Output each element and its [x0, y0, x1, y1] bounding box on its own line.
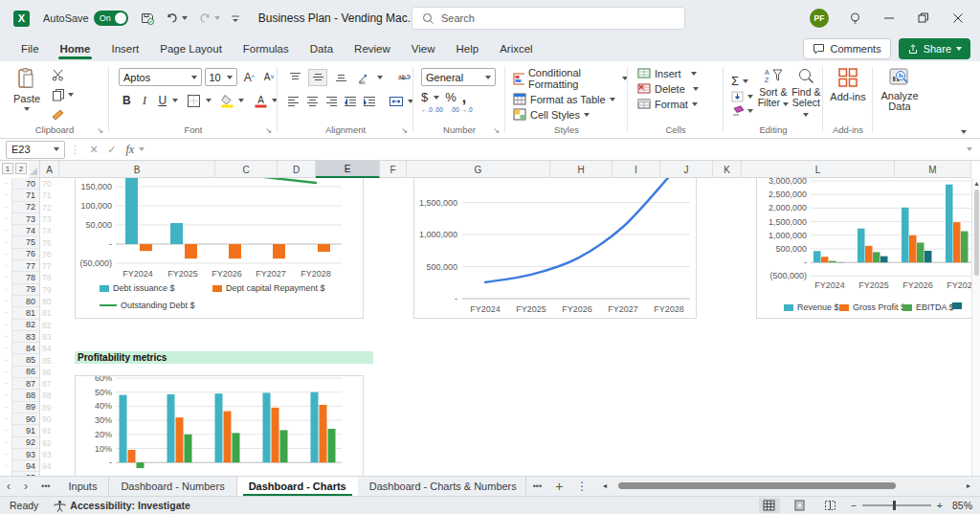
copy-button[interactable] [48, 86, 77, 103]
clear-button[interactable] [731, 105, 753, 117]
row-header-76[interactable]: 76 [12, 249, 39, 260]
normal-view-button[interactable] [759, 498, 780, 513]
row-header-80[interactable]: 80 [12, 296, 39, 307]
name-box[interactable]: E23 [6, 141, 65, 159]
cancel-icon[interactable]: × [90, 142, 98, 157]
redo-button[interactable] [197, 11, 220, 26]
autosave-control[interactable]: AutoSave On [43, 11, 128, 26]
profitability-chart[interactable]: 60%50%40%30%20%10%- [75, 375, 364, 476]
minimize-button[interactable] [880, 10, 898, 27]
column-header-A[interactable]: A [40, 161, 59, 178]
search-input[interactable]: Search [412, 7, 685, 30]
sheet-tab-dashboard-numbers[interactable]: Dashboard - Numbers [109, 477, 236, 497]
column-header-G[interactable]: G [407, 161, 550, 178]
percent-style-button[interactable]: % [445, 90, 457, 104]
increase-font-button[interactable]: A^ [240, 69, 257, 86]
autosum-button[interactable]: Σ [731, 74, 753, 88]
row-header-77[interactable]: 77 [12, 260, 39, 272]
revenue-chart[interactable]: 3,000,0002,500,0002,000,0001,500,0001,00… [756, 178, 971, 319]
page-break-view-button[interactable] [820, 498, 841, 513]
zoom-in-button[interactable]: + [937, 500, 943, 511]
sheet-tab-dashboard-charts-numbers[interactable]: Dashboard - Charts & Numbers [358, 477, 526, 497]
outline-level-2[interactable]: 2 [15, 163, 27, 174]
decrease-indent-button[interactable] [343, 93, 358, 110]
outstanding-line-chart[interactable]: 1,500,0001,000,000500,000-FY2024FY2025FY… [413, 178, 697, 319]
font-color-button[interactable]: A [251, 92, 270, 109]
cut-button[interactable] [48, 66, 67, 83]
insert-function-icon[interactable]: fx [125, 143, 134, 157]
merge-center-button[interactable] [389, 93, 404, 110]
fill-button[interactable] [731, 91, 753, 102]
analyze-data-button[interactable]: AnalyzeData [873, 61, 926, 124]
conditional-formatting-button[interactable]: Conditional Formatting [513, 67, 628, 90]
bottom-align-button[interactable] [331, 69, 350, 86]
cells-layer[interactable]: 7071727374757677787980818283848586878889… [40, 178, 971, 476]
sort-filter-button[interactable]: AZ Sort &Filter [757, 61, 790, 124]
select-all-corner[interactable] [29, 161, 40, 178]
zoom-level[interactable]: 85% [952, 500, 972, 511]
row-header-83[interactable]: 83 [12, 331, 39, 343]
comma-style-button[interactable]: , [462, 94, 466, 101]
increase-indent-button[interactable] [362, 93, 377, 110]
next-sheet-button[interactable]: › [17, 480, 34, 493]
zoom-slider-track[interactable] [862, 504, 931, 506]
format-cells-button[interactable]: Format [637, 98, 724, 110]
ribbon-tab-help[interactable]: Help [447, 39, 489, 58]
ribbon-tab-page-layout[interactable]: Page Layout [150, 39, 232, 58]
ribbon-tab-formulas[interactable]: Formulas [234, 39, 299, 58]
accounting-format-button[interactable]: $ [421, 90, 428, 104]
horizontal-scroll-thumb[interactable] [618, 482, 896, 489]
column-header-F[interactable]: F [380, 161, 407, 178]
sheet-tab-dashboard-charts[interactable]: Dashboard - Charts [237, 477, 358, 497]
number-format-select[interactable]: General [421, 68, 496, 86]
row-header-90[interactable]: 90 [12, 413, 39, 425]
clipboard-dialog-launcher[interactable]: ↘ [97, 126, 103, 135]
page-layout-view-button[interactable] [790, 498, 811, 513]
orientation-button[interactable]: ab [354, 69, 373, 86]
prev-sheet-button[interactable]: ‹ [0, 480, 17, 493]
ribbon-tab-insert[interactable]: Insert [101, 39, 148, 58]
scroll-right-icon[interactable]: ▸ [967, 481, 970, 490]
top-align-button[interactable] [285, 69, 304, 86]
middle-align-button[interactable] [308, 69, 327, 86]
column-header-D[interactable]: D [278, 161, 316, 178]
align-center-button[interactable] [304, 93, 320, 110]
ribbon-tab-view[interactable]: View [402, 39, 445, 58]
expand-formula-bar-icon[interactable] [967, 147, 972, 151]
horizontal-scrollbar[interactable]: ◂ ▸ [603, 480, 970, 491]
customize-qat-icon[interactable] [230, 12, 241, 24]
column-header-K[interactable]: K [713, 161, 742, 178]
row-header-88[interactable]: 88 [12, 390, 39, 401]
avatar[interactable]: PF [810, 9, 829, 28]
row-header-70[interactable]: 70 [12, 178, 39, 190]
row-header-93[interactable]: 93 [12, 449, 39, 460]
ribbon-tab-arixcel[interactable]: Arixcel [490, 39, 543, 58]
ribbon-tab-data[interactable]: Data [301, 39, 343, 58]
font-dialog-launcher[interactable]: ↘ [265, 126, 272, 135]
row-header-85[interactable]: 85 [12, 355, 39, 367]
row-header-78[interactable]: 78 [12, 272, 39, 283]
row-header-91[interactable]: 91 [12, 425, 39, 436]
insert-cells-button[interactable]: Insert [637, 67, 724, 79]
increase-decimal-button[interactable]: ←.0 .00 [421, 106, 443, 113]
column-header-C[interactable]: C [215, 161, 278, 178]
restore-button[interactable] [915, 10, 932, 27]
delete-cells-button[interactable]: Delete [637, 82, 724, 95]
accessibility-status[interactable]: Accessibility: Investigate [54, 500, 189, 512]
ribbon-tab-home[interactable]: Home [51, 39, 100, 58]
enter-icon[interactable]: ✓ [107, 144, 116, 156]
font-size-select[interactable]: 10 [205, 68, 238, 86]
formula-input[interactable] [145, 139, 967, 160]
alignment-dialog-launcher[interactable]: ↘ [401, 126, 408, 135]
row-header-79[interactable]: 79 [12, 284, 39, 296]
autosave-toggle[interactable]: On [94, 11, 128, 26]
addins-button[interactable]: Add-ins [823, 61, 873, 124]
wrap-text-button[interactable]: ab [394, 69, 413, 86]
column-header-I[interactable]: I [612, 161, 660, 178]
cell-styles-button[interactable]: Cell Styles [513, 108, 628, 121]
row-header-81[interactable]: 81 [12, 307, 39, 319]
vertical-scroll-thumb[interactable] [974, 190, 979, 276]
row-header-86[interactable]: 86 [12, 367, 39, 378]
zoom-slider-thumb[interactable] [893, 501, 896, 510]
debt-chart[interactable]: 150,000100,00050,000-(50,000)FY2024FY202… [75, 178, 364, 319]
